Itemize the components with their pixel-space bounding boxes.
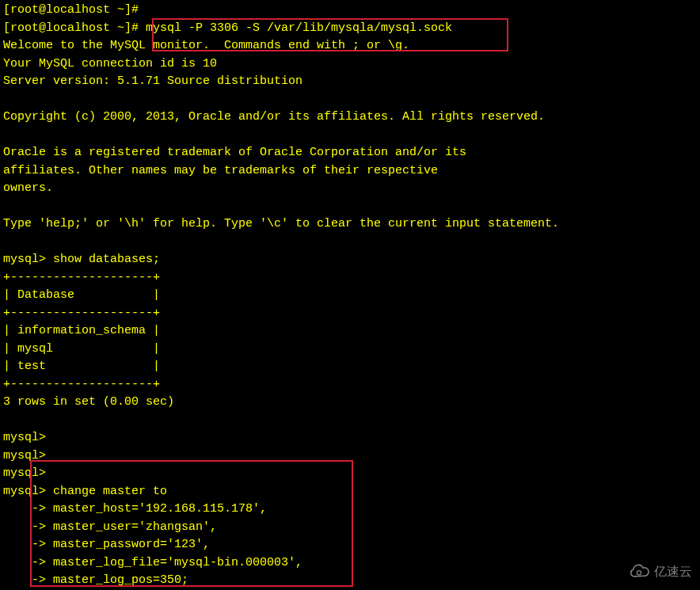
terminal-line: [root@localhost ~]# xyxy=(3,2,697,20)
terminal-line xyxy=(3,412,697,430)
terminal-line: affiliates. Other names may be trademark… xyxy=(3,162,697,181)
terminal-line: mysql> show databases; xyxy=(3,251,697,269)
terminal-line: -> master_log_file='mysql-bin.000003', xyxy=(3,554,697,573)
terminal-line: Welcome to the MySQL monitor. Commands e… xyxy=(3,37,697,55)
terminal-line: Server version: 5.1.71 Source distributi… xyxy=(3,73,697,91)
terminal-line: +--------------------+ xyxy=(3,376,697,394)
watermark-text: 亿速云 xyxy=(654,562,692,581)
terminal-line: -> master_password='123', xyxy=(3,536,697,554)
terminal-line xyxy=(3,91,697,109)
terminal-line: | information_schema | xyxy=(3,322,697,341)
terminal-line: 3 rows in set (0.00 sec) xyxy=(3,394,697,412)
svg-point-0 xyxy=(637,571,641,575)
terminal-line: mysql> xyxy=(3,465,697,483)
terminal-line: Type 'help;' or '\h' for help. Type '\c'… xyxy=(3,215,697,234)
terminal-line: owners. xyxy=(3,180,697,198)
terminal-line: -> master_user='zhangsan', xyxy=(3,519,697,537)
terminal-line: Oracle is a registered trademark of Orac… xyxy=(3,144,697,162)
terminal-line: mysql> change master to xyxy=(3,483,697,501)
terminal-line: | Database | xyxy=(3,287,697,305)
terminal-line: | mysql | xyxy=(3,341,697,359)
terminal-line: -> master_log_pos=350; xyxy=(3,572,697,590)
terminal-line: Your MySQL connection id is 10 xyxy=(3,55,697,74)
terminal-line xyxy=(3,234,697,252)
terminal-output[interactable]: [root@localhost ~]# [root@localhost ~]# … xyxy=(3,2,697,590)
terminal-line: +--------------------+ xyxy=(3,305,697,323)
terminal-line: [root@localhost ~]# mysql -P 3306 -S /va… xyxy=(3,20,697,38)
terminal-line: -> master_host='192.168.115.178', xyxy=(3,501,697,519)
terminal-line: | test | xyxy=(3,358,697,376)
cloud-logo-icon xyxy=(629,561,649,582)
watermark: 亿速云 xyxy=(629,561,692,582)
terminal-line: mysql> xyxy=(3,447,697,466)
terminal-line: mysql> xyxy=(3,429,697,447)
terminal-line xyxy=(3,198,697,216)
terminal-line: Copyright (c) 2000, 2013, Oracle and/or … xyxy=(3,108,697,127)
terminal-line xyxy=(3,127,697,145)
terminal-line: +--------------------+ xyxy=(3,269,697,287)
